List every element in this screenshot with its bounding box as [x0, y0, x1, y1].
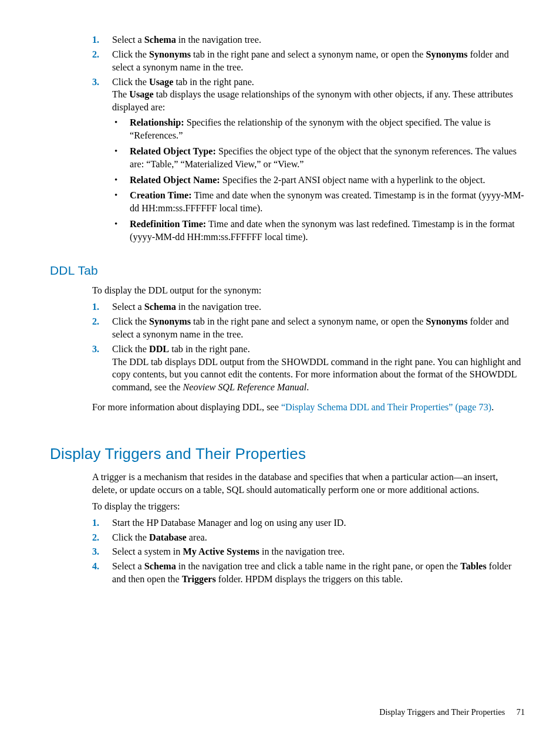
list-number: 3. — [92, 76, 112, 89]
list-item-body: Click the Synonyms tab in the right pane… — [112, 316, 525, 342]
text-outro-after: . — [491, 402, 494, 413]
list-number: 1. — [92, 34, 112, 47]
list-number: 1. — [92, 517, 112, 530]
list-item-body: Select a Schema in the navigation tree. — [112, 301, 525, 314]
list-item: 2.Click the Synonyms tab in the right pa… — [92, 49, 525, 75]
list-item: 1.Select a Schema in the navigation tree… — [92, 301, 525, 314]
list-item-body: Select a system in My Active Systems in … — [112, 546, 525, 559]
bullet-item: •Related Object Name: Specifies the 2-pa… — [112, 174, 525, 187]
list-number: 2. — [92, 316, 112, 329]
list-number: 2. — [92, 49, 112, 62]
list-item-body: Click the DDL tab in the right pane.The … — [112, 343, 525, 394]
bullet-icon: • — [112, 190, 130, 201]
list-item: 3.Click the Usage tab in the right pane.… — [92, 76, 525, 247]
paragraph-ddl-intro: To display the DDL output for the synony… — [92, 285, 525, 298]
list-item-body: Select a Schema in the navigation tree a… — [112, 561, 525, 586]
bullet-item: •Related Object Type: Specifies the obje… — [112, 146, 525, 171]
list-item: 3.Click the DDL tab in the right pane.Th… — [92, 343, 525, 394]
list-item: 4.Select a Schema in the navigation tree… — [92, 561, 525, 586]
heading-display-triggers: Display Triggers and Their Properties — [50, 444, 525, 464]
paragraph-triggers-intro: To display the triggers: — [92, 501, 525, 514]
list-item: 2.Click the Synonyms tab in the right pa… — [92, 316, 525, 342]
bullet-item: •Redefinition Time: Time and date when t… — [112, 218, 525, 244]
list-item: 1.Start the HP Database Manager and log … — [92, 517, 525, 530]
list-item: 3.Select a system in My Active Systems i… — [92, 546, 525, 559]
link-display-schema-ddl[interactable]: “Display Schema DDL and Their Properties… — [281, 402, 491, 413]
list-item-body: Click the Database area. — [112, 532, 525, 545]
text-outro-before: For more information about displaying DD… — [92, 402, 281, 413]
list-number: 3. — [92, 343, 112, 356]
list-item-body: Click the Synonyms tab in the right pane… — [112, 49, 525, 75]
heading-ddl-tab: DDL Tab — [50, 262, 525, 279]
list-number: 4. — [92, 561, 112, 573]
ordered-list-triggers: 1.Start the HP Database Manager and log … — [92, 517, 525, 586]
page-footer: Display Triggers and Their Properties 71 — [379, 707, 525, 718]
list-item-body: Click the Usage tab in the right pane.Th… — [112, 76, 525, 247]
bullet-item: •Creation Time: Time and date when the s… — [112, 190, 525, 215]
bullet-list: •Relationship: Specifies the relationshi… — [112, 117, 525, 244]
ordered-list-usage: 1.Select a Schema in the navigation tree… — [92, 34, 525, 247]
list-item-body: Select a Schema in the navigation tree. — [112, 34, 525, 47]
document-page: 1.Select a Schema in the navigation tree… — [0, 0, 560, 746]
list-item: 1.Select a Schema in the navigation tree… — [92, 34, 525, 47]
bullet-icon: • — [112, 174, 130, 186]
list-number: 3. — [92, 546, 112, 559]
bullet-icon: • — [112, 146, 130, 157]
bullet-icon: • — [112, 218, 130, 230]
list-number: 2. — [92, 532, 112, 545]
list-item: 2.Click the Database area. — [92, 532, 525, 545]
paragraph-ddl-outro: For more information about displaying DD… — [92, 401, 525, 414]
footer-title: Display Triggers and Their Properties — [379, 707, 505, 717]
bullet-icon: • — [112, 117, 130, 129]
list-number: 1. — [92, 301, 112, 314]
paragraph-triggers-desc: A trigger is a mechanism that resides in… — [92, 471, 525, 497]
ordered-list-ddl: 1.Select a Schema in the navigation tree… — [92, 301, 525, 394]
bullet-item: •Relationship: Specifies the relationshi… — [112, 117, 525, 143]
footer-page-number: 71 — [517, 707, 525, 717]
list-item-body: Start the HP Database Manager and log on… — [112, 517, 525, 530]
